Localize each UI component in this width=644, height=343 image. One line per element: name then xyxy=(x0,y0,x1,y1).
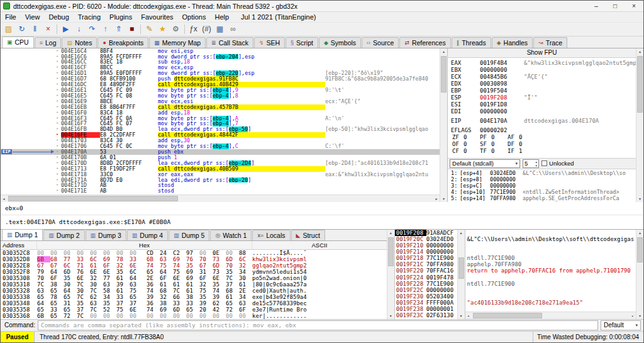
scroll-up-icon[interactable]: ▴ xyxy=(639,48,641,55)
scroll-track[interactable] xyxy=(387,236,394,313)
byte-cell[interactable]: 32 xyxy=(116,262,130,269)
dump-row[interactable]: 03035308706F356E327761642E6F6E696F6E7C30… xyxy=(1,275,387,281)
tab-breakpoints[interactable]: ●Breakpoints xyxy=(97,37,148,48)
register-list[interactable]: EAX0019F4B4&"khw3lix3kcivpsmlgglqao2ntut… xyxy=(448,58,636,158)
scroll-thumb[interactable] xyxy=(637,56,643,113)
byte-cell[interactable]: 00 xyxy=(199,250,213,256)
byte-cell[interactable]: 61 xyxy=(116,288,130,294)
byte-cell[interactable]: 63 xyxy=(90,300,103,306)
byte-cell[interactable]: 35 xyxy=(116,269,130,275)
dump-row[interactable]: 030352E867676C71616F326E74757435676D7032… xyxy=(1,262,387,269)
byte-cell[interactable]: 68 xyxy=(160,288,173,294)
byte-cell[interactable]: 39 xyxy=(213,294,226,300)
scroll-down-icon[interactable]: ▾ xyxy=(639,196,641,202)
dump-row[interactable]: 030352C80000000000000000CD24C297000E0088… xyxy=(1,250,387,256)
byte-cell[interactable]: 6C xyxy=(64,262,77,269)
byte-cell[interactable]: 37 xyxy=(116,300,130,306)
byte-cell[interactable]: 67 xyxy=(199,262,213,269)
stack-vscrollbar[interactable]: ▴ ▾ xyxy=(457,230,465,319)
stack-row[interactable]: 0019F23800000001 xyxy=(395,306,457,312)
minimize-button[interactable]: – xyxy=(587,1,606,11)
stack-row[interactable]: 0019F20C03024ED0 xyxy=(395,236,457,242)
spinner-arrows-icon[interactable]: ▴▾ xyxy=(536,160,538,167)
breakpoint-dot[interactable]: • xyxy=(53,65,61,70)
breakpoint-dot[interactable]: • xyxy=(53,183,61,188)
byte-cell[interactable]: 61 xyxy=(186,281,199,288)
register-row-edx[interactable]: EDX00030898 xyxy=(451,81,636,87)
byte-cell[interactable]: 00 xyxy=(50,250,64,256)
byte-cell[interactable]: 61 xyxy=(90,262,103,269)
scroll-left-icon[interactable]: ◂ xyxy=(465,313,472,318)
byte-cell[interactable]: 35 xyxy=(199,294,213,300)
byte-cell[interactable]: 61 xyxy=(173,281,186,288)
byte-cell[interactable]: 52 xyxy=(103,306,116,313)
byte-cell[interactable]: 35 xyxy=(77,300,90,306)
byte-cell[interactable]: 35 xyxy=(103,300,116,306)
byte-cell[interactable]: 00 xyxy=(226,313,239,319)
byte-cell[interactable]: 62 xyxy=(213,300,226,306)
tab-locals[interactable]: x=Locals xyxy=(252,230,290,240)
tab-struct[interactable]: ◣Struct xyxy=(291,230,325,240)
byte-cell[interactable]: 65 xyxy=(130,294,143,300)
byte-cell[interactable]: 64 xyxy=(64,288,77,294)
register-row-ebp[interactable]: EBP0019F504 xyxy=(451,87,636,94)
byte-cell[interactable]: 20 xyxy=(199,306,213,313)
arguments-list[interactable]: 1:[esp+4]03024ED0&L"C:\\Users\\admin\\De… xyxy=(448,169,636,202)
byte-cell[interactable]: 42 xyxy=(213,306,226,313)
byte-cell[interactable]: 65 xyxy=(64,306,77,313)
breakpoint-dot[interactable]: • xyxy=(53,121,61,127)
breakpoint-dot[interactable]: • xyxy=(53,177,61,183)
byte-cell[interactable]: 31 xyxy=(199,269,213,275)
byte-cell[interactable]: 7C xyxy=(90,306,103,313)
byte-cell[interactable]: 97 xyxy=(186,250,199,256)
byte-cell[interactable]: 6D xyxy=(226,256,239,262)
byte-cell[interactable]: 32 xyxy=(90,275,103,281)
byte-cell[interactable]: 65 xyxy=(50,313,64,319)
scroll-thumb[interactable] xyxy=(637,237,643,262)
register-row-eip[interactable]: EIP004E170Adttcodexgigas.004E170A xyxy=(451,118,636,125)
byte-cell[interactable]: 6B xyxy=(37,256,50,262)
scroll-track[interactable] xyxy=(7,195,433,202)
byte-cell[interactable]: 88 xyxy=(239,250,252,256)
byte-cell[interactable]: 75 xyxy=(173,269,186,275)
argument-row[interactable]: 5:[esp+14]70FFA980apphelp.SE_GetProcAddr… xyxy=(451,195,636,201)
byte-cell[interactable]: C2 xyxy=(173,250,186,256)
byte-cell[interactable]: 61 xyxy=(226,294,239,300)
argument-row[interactable]: 1:[esp+4]03024ED0&L"C:\\Users\\admin\\De… xyxy=(451,170,636,176)
byte-cell[interactable]: 74 xyxy=(147,288,160,294)
tab-call-stack[interactable]: ≣Call Stack xyxy=(206,37,253,48)
breakpoint-helper-icon[interactable]: (#) xyxy=(200,23,213,35)
tab-dump-4[interactable]: ▥Dump 4 xyxy=(127,230,168,240)
dump-header-ascii[interactable]: ASCII xyxy=(252,241,387,249)
scroll-thumb[interactable] xyxy=(8,196,178,201)
byte-cell[interactable]: 65 xyxy=(147,269,160,275)
byte-cell[interactable]: 2E xyxy=(147,275,160,281)
stack-row[interactable]: 0019F23005203400 xyxy=(395,293,457,300)
calculator-icon[interactable]: ƒx xyxy=(187,23,200,35)
byte-cell[interactable]: 68 xyxy=(50,256,64,262)
tab-seh[interactable]: ↯SEH xyxy=(254,37,285,48)
byte-cell[interactable]: 6C xyxy=(239,256,252,262)
byte-cell[interactable]: 79 xyxy=(37,269,50,275)
byte-cell[interactable]: 00 xyxy=(239,313,252,319)
byte-cell[interactable]: 75 xyxy=(130,288,143,294)
byte-cell[interactable]: 65 xyxy=(50,300,64,306)
breakpoint-dot[interactable]: • xyxy=(53,70,61,76)
byte-cell[interactable]: 64 xyxy=(130,275,143,281)
tab-watch-1[interactable]: ◎Watch 1 xyxy=(210,230,252,240)
register-row-edi[interactable]: EDI00000000 xyxy=(451,108,636,115)
byte-cell[interactable]: 74 xyxy=(173,262,186,269)
breakpoint-dot[interactable]: • xyxy=(53,59,61,65)
byte-cell[interactable]: 35 xyxy=(64,275,77,281)
register-row-ecx[interactable]: ECX004845B6"ÄÇE'{" xyxy=(451,74,636,81)
menu-item-debug[interactable]: Debug xyxy=(44,13,73,21)
breakpoint-dot[interactable]: • xyxy=(53,149,61,155)
byte-cell[interactable]: 39 xyxy=(116,281,130,288)
byte-cell[interactable]: 00 xyxy=(103,313,116,319)
byte-cell[interactable]: 78 xyxy=(50,294,64,300)
scroll-track[interactable] xyxy=(472,312,630,319)
stack-row[interactable]: 0019F21877C1E900 xyxy=(395,255,457,261)
tab-dump-3[interactable]: ▥Dump 3 xyxy=(86,230,126,240)
byte-cell[interactable]: 31 xyxy=(64,300,77,306)
breakpoint-dot[interactable]: • xyxy=(53,48,61,54)
